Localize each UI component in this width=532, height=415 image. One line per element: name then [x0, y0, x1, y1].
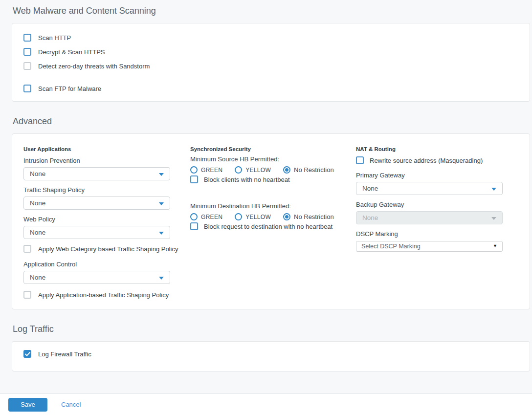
chevron-down-icon: [159, 232, 164, 235]
sandstorm-label: Detect zero-day threats with Sandstorm: [38, 63, 150, 70]
min-destination-hb-label: Minimum Destination HB Permitted:: [190, 202, 345, 210]
chevron-down-icon: [159, 277, 164, 280]
scan-http-row: Scan HTTP: [23, 34, 530, 42]
app-based-shaping-checkbox: [23, 291, 31, 299]
synchronized-security-column: Synchronized Security Minimum Source HB …: [190, 146, 345, 230]
advanced-card: User Applications Intrusion Prevention N…: [12, 133, 530, 309]
intrusion-prevention-label: Intrusion Prevention: [23, 157, 170, 164]
scan-ftp-row: Scan FTP for Malware: [23, 85, 530, 92]
destination-no-restriction-label: No Restriction: [294, 213, 334, 220]
application-control-value: None: [30, 274, 45, 281]
destination-yellow-label: YELLOW: [245, 214, 271, 220]
log-firewall-checkbox[interactable]: [23, 350, 31, 358]
destination-green-label: GREEN: [201, 214, 222, 220]
log-firewall-label: Log Firewall Traffic: [38, 350, 91, 358]
destination-green-option[interactable]: GREEN: [190, 213, 222, 220]
radio-icon[interactable]: [190, 166, 198, 174]
web-category-shaping-label: Apply Web Category based Traffic Shaping…: [38, 245, 178, 253]
source-no-restriction-label: No Restriction: [294, 166, 334, 174]
destination-no-restriction-option[interactable]: No Restriction: [283, 213, 334, 220]
web-category-shaping-row: Apply Web Category based Traffic Shaping…: [23, 245, 190, 253]
chevron-down-icon: [491, 217, 496, 220]
app-based-shaping-row: Apply Application-based Traffic Shaping …: [23, 291, 190, 299]
block-request-row: Block request to destination with no hea…: [190, 222, 345, 230]
web-policy-value: None: [30, 229, 45, 236]
dscp-marking-label: DSCP Marking: [356, 230, 504, 238]
intrusion-prevention-value: None: [30, 170, 45, 177]
check-icon: [25, 352, 30, 356]
block-request-checkbox[interactable]: [190, 222, 198, 230]
masquerading-row: Rewrite source address (Masquerading): [356, 156, 504, 164]
backup-gateway-dropdown: None: [356, 211, 503, 224]
log-firewall-row: Log Firewall Traffic: [23, 350, 530, 358]
min-source-hb-label: Minimum Source HB Permitted:: [190, 155, 345, 163]
scan-ftp-label: Scan FTP for Malware: [38, 85, 101, 92]
web-malware-card: Scan HTTP Decrypt & Scan HTTPS Detect ze…: [12, 23, 530, 102]
scan-http-label: Scan HTTP: [38, 34, 71, 42]
radio-icon[interactable]: [235, 166, 242, 174]
min-source-hb-radios: GREEN YELLOW No Restriction: [190, 166, 345, 174]
masquerading-checkbox[interactable]: [356, 156, 364, 164]
masquerading-label: Rewrite source address (Masquerading): [370, 157, 483, 164]
traffic-shaping-dropdown[interactable]: None: [23, 197, 170, 210]
primary-gateway-dropdown[interactable]: None: [356, 182, 503, 195]
advanced-title: Advanced: [13, 116, 532, 127]
source-yellow-label: YELLOW: [245, 167, 271, 174]
radio-icon[interactable]: [190, 213, 198, 220]
primary-gateway-label: Primary Gateway: [356, 172, 504, 179]
source-yellow-option[interactable]: YELLOW: [235, 166, 271, 174]
block-clients-checkbox[interactable]: [190, 175, 198, 183]
application-control-dropdown[interactable]: None: [23, 271, 170, 284]
footer-bar: Save Cancel: [0, 393, 532, 415]
web-policy-dropdown[interactable]: None: [23, 226, 170, 239]
backup-gateway-value: None: [362, 214, 378, 221]
decrypt-https-checkbox[interactable]: [23, 48, 31, 56]
log-traffic-section: Log Traffic Log Firewall Traffic: [0, 324, 532, 371]
min-destination-hb-radios: GREEN YELLOW No Restriction: [190, 213, 345, 220]
decrypt-https-row: Decrypt & Scan HTTPS: [23, 48, 530, 56]
scan-ftp-checkbox[interactable]: [23, 85, 31, 92]
source-no-restriction-option[interactable]: No Restriction: [283, 166, 334, 174]
chevron-down-icon: [159, 202, 164, 205]
destination-yellow-option[interactable]: YELLOW: [235, 213, 271, 220]
traffic-shaping-label: Traffic Shaping Policy: [23, 186, 170, 194]
block-clients-label: Block clients with no heartbeat: [204, 176, 290, 183]
app-based-shaping-label: Apply Application-based Traffic Shaping …: [38, 291, 169, 299]
sandstorm-row: Detect zero-day threats with Sandstorm: [23, 62, 530, 70]
save-button[interactable]: Save: [8, 398, 47, 412]
synchronized-security-heading: Synchronized Security: [190, 146, 345, 152]
decrypt-https-label: Decrypt & Scan HTTPS: [38, 48, 105, 56]
cancel-link[interactable]: Cancel: [61, 401, 81, 408]
user-applications-column: User Applications Intrusion Prevention N…: [23, 146, 170, 299]
backup-gateway-label: Backup Gateway: [356, 201, 504, 208]
user-applications-heading: User Applications: [23, 146, 170, 152]
chevron-down-icon: [491, 188, 496, 191]
block-clients-row: Block clients with no heartbeat: [190, 175, 345, 183]
web-category-shaping-checkbox: [23, 245, 31, 253]
radio-selected-icon[interactable]: [283, 166, 290, 174]
dropdown-arrow-icon: ▼: [493, 243, 497, 248]
web-malware-section: Web Malware and Content Scanning Scan HT…: [0, 0, 532, 102]
advanced-section: Advanced User Applications Intrusion Pre…: [0, 116, 532, 309]
log-traffic-card: Log Firewall Traffic: [12, 341, 530, 371]
primary-gateway-value: None: [362, 185, 378, 192]
dscp-marking-value: Select DSCP Marking: [361, 243, 421, 250]
intrusion-prevention-dropdown[interactable]: None: [23, 167, 170, 180]
web-policy-label: Web Policy: [23, 216, 170, 223]
radio-selected-icon[interactable]: [283, 213, 290, 220]
radio-icon[interactable]: [235, 213, 242, 220]
nat-routing-column: NAT & Routing Rewrite source address (Ma…: [356, 146, 504, 252]
sandstorm-checkbox: [23, 62, 31, 70]
application-control-label: Application Control: [23, 261, 170, 268]
dscp-marking-select[interactable]: Select DSCP Marking ▼: [356, 241, 503, 252]
web-malware-title: Web Malware and Content Scanning: [13, 6, 532, 16]
log-traffic-title: Log Traffic: [13, 324, 532, 334]
source-green-label: GREEN: [201, 167, 222, 174]
nat-routing-heading: NAT & Routing: [356, 146, 504, 152]
scan-http-checkbox[interactable]: [23, 34, 31, 42]
traffic-shaping-value: None: [30, 199, 45, 207]
chevron-down-icon: [159, 173, 164, 176]
block-request-label: Block request to destination with no hea…: [204, 223, 332, 230]
source-green-option[interactable]: GREEN: [190, 166, 222, 174]
